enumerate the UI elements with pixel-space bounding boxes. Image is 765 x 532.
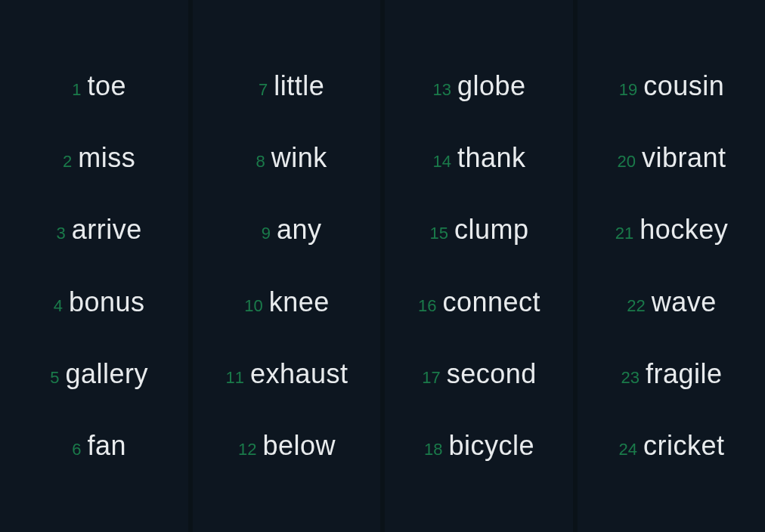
seed-word-item: 22 wave (578, 286, 766, 318)
word-number: 2 (52, 152, 72, 172)
seed-word-item: 23 fragile (578, 358, 766, 390)
word-number: 6 (61, 440, 81, 459)
seed-word-item: 17 second (385, 358, 573, 390)
word-number: 23 (620, 368, 640, 388)
word-number: 12 (237, 440, 256, 459)
word-text: thank (457, 142, 526, 174)
seed-word-item: 9 any (193, 214, 381, 246)
seed-word-item: 18 bicycle (385, 430, 573, 462)
word-number: 3 (46, 224, 66, 243)
word-text: globe (457, 70, 526, 102)
word-text: vibrant (642, 142, 726, 174)
word-text: clump (454, 214, 529, 246)
seed-word-item: 19 cousin (578, 70, 766, 102)
word-text: connect (442, 286, 540, 318)
seed-word-item: 20 vibrant (578, 142, 766, 174)
word-text: knee (269, 286, 330, 318)
word-number: 17 (421, 368, 441, 388)
word-number: 14 (432, 152, 451, 172)
seed-word-item: 12 below (193, 430, 381, 462)
word-number: 13 (432, 80, 451, 100)
word-text: fragile (646, 358, 723, 390)
word-text: little (274, 70, 324, 102)
word-text: gallery (65, 358, 148, 390)
seed-word-item: 15 clump (385, 214, 573, 246)
word-number: 15 (429, 224, 448, 243)
seed-word-item: 13 globe (385, 70, 573, 102)
word-column-4: 19 cousin 20 vibrant 21 hockey 22 wave 2… (578, 0, 766, 532)
word-text: fan (87, 430, 126, 462)
word-text: arrive (72, 214, 142, 246)
word-number: 8 (246, 152, 265, 172)
word-number: 4 (43, 296, 63, 316)
word-column-3: 13 globe 14 thank 15 clump 16 connect 17… (385, 0, 573, 532)
seed-word-item: 10 knee (193, 286, 381, 318)
word-text: hockey (640, 214, 728, 246)
word-number: 5 (39, 368, 59, 388)
seed-word-item: 11 exhaust (193, 358, 381, 390)
word-number: 10 (243, 296, 263, 316)
seed-word-item: 3 arrive (0, 214, 188, 246)
seed-word-item: 2 miss (0, 142, 188, 174)
word-number: 11 (225, 368, 244, 388)
word-text: wave (652, 286, 717, 318)
word-text: bicycle (448, 430, 534, 462)
seed-word-item: 1 toe (0, 70, 188, 102)
seed-word-item: 16 connect (385, 286, 573, 318)
seed-word-item: 24 cricket (578, 430, 766, 462)
seed-word-item: 7 little (193, 70, 381, 102)
word-text: below (262, 430, 336, 462)
word-number: 22 (626, 296, 646, 316)
word-number: 19 (618, 80, 637, 100)
word-number: 21 (614, 224, 633, 243)
word-number: 1 (61, 80, 81, 100)
word-text: cricket (643, 430, 725, 462)
seed-word-item: 4 bonus (0, 286, 188, 318)
seed-phrase-container: 1 toe 2 miss 3 arrive 4 bonus 5 gallery … (0, 0, 765, 532)
word-number: 9 (251, 224, 271, 243)
word-text: wink (271, 142, 327, 174)
word-number: 20 (616, 152, 636, 172)
seed-word-item: 21 hockey (578, 214, 766, 246)
word-number: 16 (417, 296, 436, 316)
word-number: 7 (248, 80, 268, 100)
word-text: miss (78, 142, 135, 174)
word-text: any (277, 214, 322, 246)
word-text: cousin (643, 70, 724, 102)
seed-word-item: 5 gallery (0, 358, 188, 390)
seed-word-item: 6 fan (0, 430, 188, 462)
seed-word-item: 8 wink (193, 142, 381, 174)
word-text: toe (87, 70, 126, 102)
word-text: bonus (69, 286, 145, 318)
word-number: 18 (423, 440, 442, 459)
word-number: 24 (618, 440, 637, 459)
seed-word-item: 14 thank (385, 142, 573, 174)
word-text: exhaust (250, 358, 348, 390)
word-text: second (447, 358, 537, 390)
word-column-1: 1 toe 2 miss 3 arrive 4 bonus 5 gallery … (0, 0, 188, 532)
word-column-2: 7 little 8 wink 9 any 10 knee 11 exhaust… (193, 0, 381, 532)
